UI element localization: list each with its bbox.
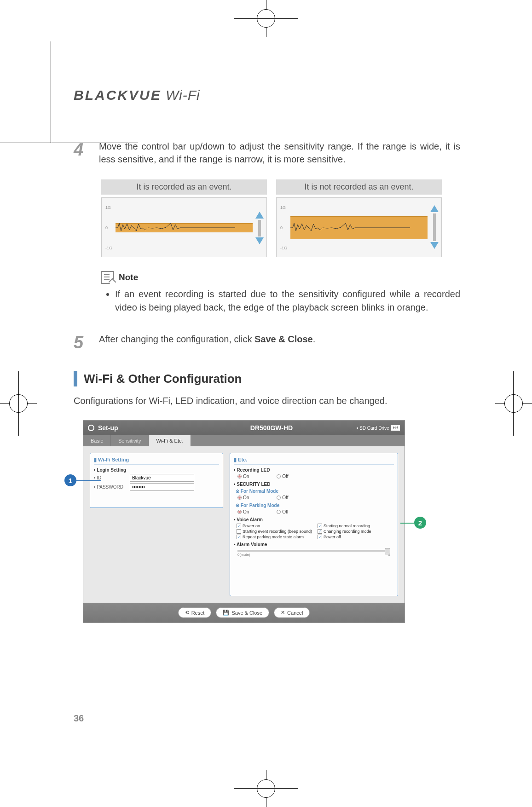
alarm-volume-heading: • Alarm Volume (234, 542, 394, 547)
section-bar-icon (74, 371, 77, 386)
chart-left-heading: It is recorded as an event. (101, 179, 267, 195)
callout-1-line (76, 480, 101, 481)
step-5-number: 5 (74, 333, 87, 352)
setup-titlebar: Set-up DR500GW-HD • SD Card Drive H:\ (83, 421, 405, 435)
section-description: Configurations for Wi-Fi, LED indication… (74, 396, 460, 406)
gear-icon (88, 425, 94, 431)
chk-starting-event[interactable]: Starting event recording (beep sound) (237, 529, 313, 534)
brand-black: BLACKVUE (74, 87, 162, 103)
cancel-icon: ✕ (281, 610, 285, 616)
voice-alarm-heading: • Voice Alarm (234, 517, 394, 522)
step-5-text: After changing the configuration, click … (99, 333, 460, 352)
security-led-heading: • SECURITY LED (234, 482, 394, 487)
signal-waveform-left (116, 221, 235, 235)
signal-waveform-right (290, 221, 410, 235)
tab-basic[interactable]: Basic (83, 435, 111, 446)
range-arrow-up-icon (430, 205, 439, 212)
recording-led-on-radio[interactable]: On (237, 474, 249, 479)
chart-right: 1G 0 -1G (276, 197, 442, 257)
etc-panel-heading: Etc. (234, 457, 394, 465)
password-input[interactable] (130, 483, 194, 491)
sensitivity-charts: It is recorded as an event. 1G 0 -1G It … (101, 179, 460, 257)
normal-off-radio[interactable]: Off (277, 495, 288, 500)
callout-1: 1 (64, 474, 76, 486)
recording-led-off-radio[interactable]: Off (277, 474, 288, 479)
chk-repeat-parking[interactable]: ✓Repeat parking mode state alarm (237, 535, 313, 539)
note-label: Note (119, 272, 138, 282)
step-4-text: Move the control bar up/down to adjust t… (99, 140, 460, 166)
step-5: 5 After changing the configuration, clic… (74, 333, 460, 352)
page-number: 36 (74, 713, 84, 724)
parking-mode-label: ※ For Parking Mode (236, 503, 394, 508)
id-label: • ID (94, 475, 126, 480)
setup-window: Set-up DR500GW-HD • SD Card Drive H:\ Ba… (83, 420, 405, 623)
section-heading: Wi-Fi & Other Configuration (74, 371, 460, 386)
setup-footer: ⟲Reset 💾Save & Close ✕Cancel (83, 603, 405, 623)
brand-suffix: Wi-Fi (162, 87, 200, 103)
chart-right-heading: It is not recorded as an event. (276, 179, 442, 195)
tab-sensitivity[interactable]: Sensitivity (111, 435, 149, 446)
callout-2: 2 (414, 517, 426, 529)
note-item: If an event recording is started due to … (115, 288, 460, 314)
normal-on-radio[interactable]: On (237, 495, 249, 500)
reset-button[interactable]: ⟲Reset (178, 607, 212, 618)
section-title: Wi-Fi & Other Configuration (84, 372, 242, 386)
range-arrow-down-icon (430, 242, 439, 249)
step-4: 4 Move the control bar up/down to adjust… (74, 140, 460, 166)
password-label: • PASSWORD (94, 484, 126, 490)
slider-min-label: 0(mute) (237, 553, 250, 557)
cancel-button[interactable]: ✕Cancel (274, 607, 310, 618)
brand-header: BLACKVUE Wi-Fi (74, 87, 460, 103)
save-close-button[interactable]: 💾Save & Close (216, 607, 269, 618)
sd-card-label: • SD Card Drive (357, 426, 389, 431)
chart-left: 1G 0 -1G (101, 197, 267, 257)
reset-icon: ⟲ (185, 610, 189, 616)
sd-card-drive-select[interactable]: H:\ (391, 425, 400, 431)
etc-panel: Etc. • Recording LED On Off • SECURITY L… (230, 453, 398, 596)
chk-starting-normal[interactable]: ✓Starting normal recording (318, 524, 394, 528)
chk-changing-mode[interactable]: ✓Changing recording mode (318, 529, 394, 534)
save-icon: 💾 (223, 610, 229, 616)
callout-2-line (400, 523, 414, 524)
range-arrow-up-icon (255, 212, 264, 219)
setup-tabs: Basic Sensitivity Wi-Fi & Etc. (83, 435, 405, 446)
id-input[interactable] (130, 474, 194, 482)
note-block: Note If an event recording is started du… (101, 271, 460, 314)
normal-mode-label: ※ For Normal Mode (236, 489, 394, 494)
alarm-volume-slider[interactable] (237, 550, 390, 552)
note-icon (101, 271, 114, 284)
step-4-number: 4 (74, 140, 87, 166)
setup-model: DR500GW-HD (250, 424, 293, 432)
login-setting-heading: • Login Setting (94, 467, 219, 473)
wifi-panel-heading: Wi-Fi Setting (94, 457, 219, 465)
wifi-setting-panel: Wi-Fi Setting • Login Setting • ID • PAS… (90, 453, 223, 508)
chk-power-off[interactable]: ✓Power off (318, 535, 394, 539)
range-arrow-down-icon (255, 237, 264, 244)
parking-on-radio[interactable]: On (237, 509, 249, 514)
setup-title: Set-up (98, 424, 118, 432)
chk-power-on[interactable]: ✓Power on (237, 524, 313, 528)
recording-led-heading: • Recording LED (234, 467, 394, 473)
parking-off-radio[interactable]: Off (277, 509, 288, 514)
tab-wifi-etc[interactable]: Wi-Fi & Etc. (149, 435, 191, 446)
